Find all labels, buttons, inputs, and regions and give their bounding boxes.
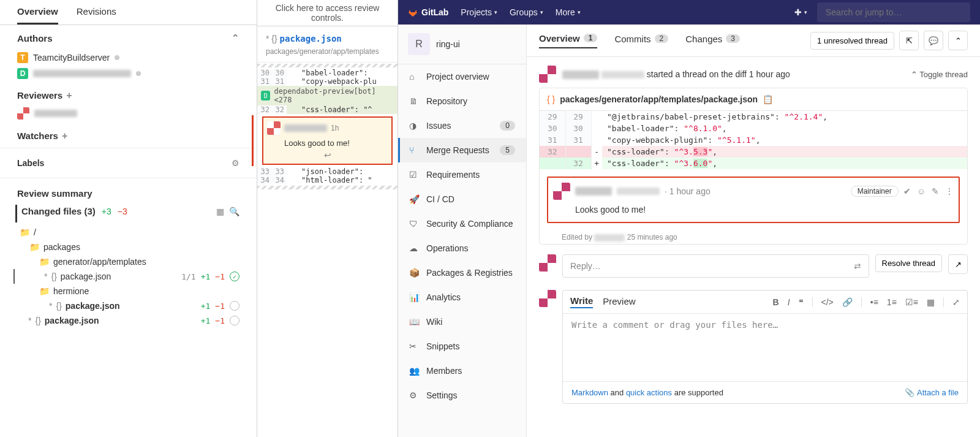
sidebar-item-wiki[interactable]: 📖Wiki <box>398 310 526 334</box>
chevron-up-icon[interactable]: ⌃ <box>948 31 968 50</box>
sidebar-item-analytics[interactable]: 📊Analytics <box>398 285 526 310</box>
quick-actions-link[interactable]: quick actions <box>626 388 672 397</box>
tree-folder[interactable]: 📁 generator/app/templates <box>17 254 239 269</box>
grid-view-icon[interactable]: ▦ <box>216 207 224 216</box>
check-empty-icon[interactable] <box>230 316 239 325</box>
changed-files-heading[interactable]: Changed files (3) <box>21 206 96 216</box>
new-thread-icon[interactable]: 💬 <box>924 31 943 50</box>
user-handle-blurred <box>617 188 660 195</box>
edit-icon[interactable]: ✎ <box>932 186 939 196</box>
user-name-blurred <box>575 187 612 196</box>
search-icon[interactable]: 🔍 <box>229 207 239 216</box>
resolve-thread-button[interactable]: Resolve thread <box>875 254 942 272</box>
author-row[interactable]: D <box>17 66 239 82</box>
reply-icon[interactable]: ↩ <box>267 148 388 160</box>
toggle-thread-button[interactable]: ⌃ Toggle thread <box>911 70 968 79</box>
tree-file[interactable]: * {} package.json +1 −1 <box>17 298 239 313</box>
reviewer-row[interactable] <box>17 105 239 122</box>
table-icon[interactable]: ▦ <box>927 297 935 307</box>
diff-filename[interactable]: package.json <box>280 34 342 44</box>
tree-file[interactable]: * {} package.json +1 −1 <box>17 313 239 328</box>
quote-icon[interactable]: ❝ <box>799 297 804 307</box>
tree-file-active[interactable]: * {} package.json 1/1 +1 −1 ✓ <box>13 269 239 284</box>
copy-path-icon[interactable]: 📋 <box>763 94 773 104</box>
sidebar-item-requirements[interactable]: ☑Requirements <box>398 162 526 187</box>
diff-commit-row[interactable]: Ddependabot-preview[bot] <278 <box>257 86 398 105</box>
bold-icon[interactable]: B <box>773 297 779 307</box>
user-name-blurred <box>562 70 599 79</box>
tab-commits[interactable]: Commits2 <box>614 34 668 48</box>
sidebar-item-security[interactable]: 🛡Security & Compliance <box>398 211 526 236</box>
add-reviewer-icon[interactable]: + <box>66 90 72 101</box>
link-icon[interactable]: 🔗 <box>842 297 853 307</box>
diff-path: packages/generator/app/templates <box>257 47 398 62</box>
emoji-icon[interactable]: ☺ <box>917 186 925 196</box>
sidebar-item-snippets[interactable]: ✂Snippets <box>398 334 526 359</box>
review-banner[interactable]: Click here to access review controls. <box>257 0 398 26</box>
ide-tab-revisions[interactable]: Revisions <box>77 6 116 25</box>
reply-input[interactable]: Reply… ⇄ <box>562 254 869 278</box>
jump-file-icon[interactable]: ⇱ <box>899 31 919 50</box>
tree-label: generator/app/templates <box>53 257 146 267</box>
sidebar-item-merge-requests[interactable]: ⑂Merge Requests5 <box>398 138 526 162</box>
unresolved-thread-button[interactable]: 1 unresolved thread <box>810 32 894 50</box>
tree-root[interactable]: 📁 / <box>17 225 239 240</box>
sidebar-item-repository[interactable]: 🗎Repository <box>398 89 526 113</box>
tree-folder[interactable]: 📁 hermione <box>17 284 239 298</box>
task-icon[interactable]: ☑≡ <box>905 297 918 307</box>
sidebar-item-settings[interactable]: ⚙Settings <box>398 383 526 408</box>
watchers-heading: Watchers <box>17 131 58 141</box>
sidebar-item-cicd[interactable]: 🚀CI / CD <box>398 187 526 211</box>
new-issue-icon[interactable]: ↗ <box>948 254 968 274</box>
sidebar-item-packages[interactable]: 📦Packages & Registries <box>398 260 526 285</box>
authors-collapse-icon[interactable]: ⌃ <box>232 32 239 44</box>
gear-icon: ⚙ <box>409 390 419 400</box>
check-empty-icon[interactable] <box>230 301 239 311</box>
reply-toggle-icon[interactable]: ⇄ <box>854 261 861 271</box>
user-avatar-icon <box>539 254 556 272</box>
nav-projects[interactable]: Projects▾ <box>461 7 497 17</box>
note-time: · 1 hour ago <box>665 186 710 196</box>
user-avatar-icon <box>539 290 556 307</box>
author-badge-icon: T <box>17 52 28 63</box>
inline-comment[interactable]: 1h Looks good to me! ↩ <box>262 116 393 165</box>
tree-folder[interactable]: 📁 packages <box>17 240 239 254</box>
search-input[interactable] <box>817 2 970 22</box>
reviewer-avatar-icon <box>17 107 29 120</box>
editor-tab-preview[interactable]: Preview <box>603 296 635 308</box>
requirements-icon: ☑ <box>409 170 419 180</box>
add-watcher-icon[interactable]: + <box>62 131 67 141</box>
check-ok-icon[interactable]: ✓ <box>230 272 239 281</box>
markdown-link[interactable]: Markdown <box>571 388 608 397</box>
fullscreen-icon[interactable]: ⤢ <box>952 297 960 307</box>
nav-groups[interactable]: Groups▾ <box>510 7 543 17</box>
attach-file-button[interactable]: 📎Attach a file <box>905 388 959 397</box>
gitlab-logo[interactable]: GitLab <box>408 7 448 17</box>
nav-more[interactable]: More▾ <box>556 7 581 17</box>
ul-icon[interactable]: •≡ <box>870 297 878 307</box>
author-row[interactable]: T TeamcityBuildserver <box>17 50 239 66</box>
code-icon[interactable]: </> <box>821 297 834 307</box>
italic-icon[interactable]: I <box>788 297 790 307</box>
editor-tab-write[interactable]: Write <box>570 295 593 308</box>
sidebar-item-issues[interactable]: ◑Issues0 <box>398 113 526 138</box>
tab-changes[interactable]: Changes3 <box>685 34 740 48</box>
modified-icon: * <box>28 316 31 325</box>
tab-overview[interactable]: Overview1 <box>539 33 597 48</box>
chart-icon: 📊 <box>409 292 419 302</box>
resolve-check-icon[interactable]: ✔ <box>903 186 911 196</box>
nav-plus-icon[interactable]: ✚ ▾ <box>794 7 807 17</box>
labels-gear-icon[interactable]: ⚙ <box>232 158 239 168</box>
line-num: 34 <box>257 176 272 184</box>
ol-icon[interactable]: 1≡ <box>887 297 897 307</box>
ide-tab-overview[interactable]: Overview <box>17 6 58 25</box>
sidebar-item-overview[interactable]: ⌂Project overview <box>398 64 526 89</box>
json-file-icon: {} <box>35 316 40 325</box>
sidebar-item-members[interactable]: 👥Members <box>398 359 526 383</box>
tree-label: packages <box>43 242 80 252</box>
comment-textarea[interactable]: Write a comment or drag your files here… <box>563 314 967 381</box>
sidebar-item-operations[interactable]: ☁Operations <box>398 236 526 260</box>
project-header[interactable]: R ring-ui <box>398 25 526 64</box>
kebab-menu-icon[interactable]: ⋮ <box>945 186 954 196</box>
card-file-path[interactable]: packages/generator/app/templates/package… <box>560 94 758 104</box>
